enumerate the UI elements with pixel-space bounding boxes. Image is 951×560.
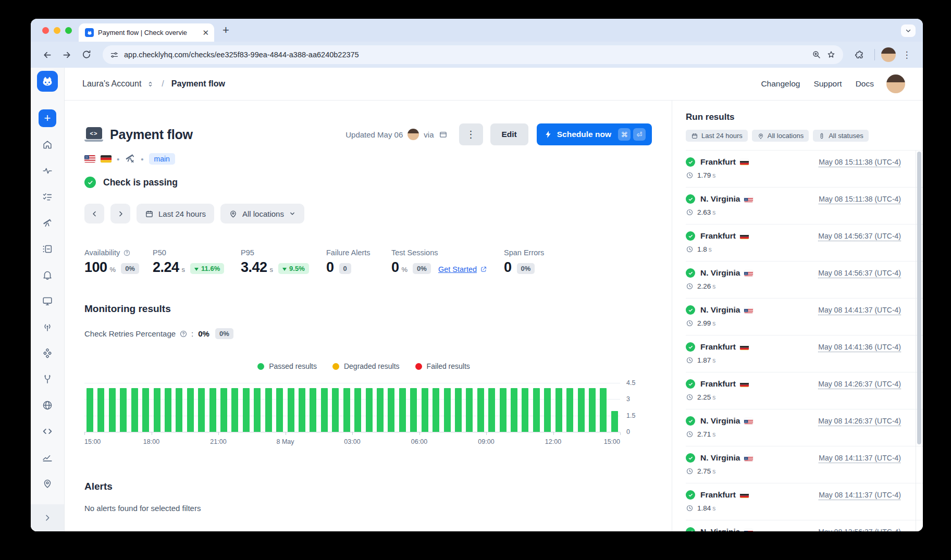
chart-bar[interactable]: [455, 388, 462, 432]
account-switcher[interactable]: Laura's Account: [82, 79, 141, 89]
run-result-row[interactable]: N. VirginiaMay 08 14:26:37 (UTC-4)2.71s: [686, 409, 923, 446]
sidebar-item-code-icon[interactable]: [31, 418, 64, 444]
sidebar-item-log-list-icon[interactable]: [31, 236, 64, 262]
sidebar-item-wrench-icon[interactable]: [31, 366, 64, 392]
run-result-row[interactable]: N. VirginiaMay 08 14:41:37 (UTC-4)2.99s: [686, 298, 923, 335]
url-bar[interactable]: app.checklyhq.com/checks/ee325f83-99ea-4…: [103, 45, 843, 64]
close-window-button[interactable]: [42, 27, 49, 34]
chart-bar[interactable]: [566, 388, 573, 432]
nav-link-docs[interactable]: Docs: [856, 79, 874, 89]
chart-bar[interactable]: [488, 388, 495, 432]
browser-menu-icon[interactable]: ⋮: [898, 46, 916, 64]
nav-link-support[interactable]: Support: [813, 79, 842, 89]
chart-bar[interactable]: [366, 388, 373, 432]
sidebar-item-home-icon[interactable]: [31, 132, 64, 158]
run-result-row[interactable]: FrankfurtMay 08 14:26:37 (UTC-4)2.25s: [686, 372, 923, 409]
scrollbar-thumb[interactable]: [917, 152, 921, 444]
chart-bar[interactable]: [276, 388, 283, 432]
browser-profile-avatar[interactable]: [881, 47, 896, 62]
chart-bar[interactable]: [611, 411, 618, 432]
sidebar-item-checklist-icon[interactable]: [31, 184, 64, 210]
chart-bar[interactable]: [220, 388, 227, 432]
site-settings-icon[interactable]: [110, 51, 119, 59]
minimize-window-button[interactable]: [54, 27, 60, 34]
chart-bar[interactable]: [254, 388, 261, 432]
run-result-row[interactable]: FrankfurtMay 08 14:56:37 (UTC-4)1.8s: [686, 225, 923, 262]
chart-bar[interactable]: [332, 388, 339, 432]
chart-bar[interactable]: [410, 388, 417, 432]
new-tab-button[interactable]: +: [223, 24, 229, 36]
chart-bar[interactable]: [243, 388, 250, 432]
next-range-button[interactable]: [110, 204, 130, 223]
chart-bar[interactable]: [299, 388, 305, 432]
nav-link-changelog[interactable]: Changelog: [761, 79, 800, 89]
chart-bar[interactable]: [310, 388, 316, 432]
run-timestamp-link[interactable]: May 08 14:11:37 (UTC-4): [819, 454, 901, 462]
bookmark-star-icon[interactable]: [826, 50, 836, 59]
chart-bar[interactable]: [444, 388, 451, 432]
run-result-row[interactable]: N. VirginiaMay 08 15:11:38 (UTC-4)2.63s: [686, 188, 923, 225]
more-actions-button[interactable]: ⋮: [459, 123, 483, 145]
zoom-icon[interactable]: [812, 50, 821, 59]
checkly-logo[interactable]: [37, 71, 58, 92]
chart-bar[interactable]: [354, 388, 361, 432]
help-icon[interactable]: [123, 249, 131, 257]
chart-bar[interactable]: [511, 388, 517, 432]
time-range-button[interactable]: Last 24 hours: [137, 204, 214, 223]
chart-bar[interactable]: [422, 388, 428, 432]
sidebar-expand-button[interactable]: [31, 504, 64, 531]
run-timestamp-link[interactable]: May 08 14:41:36 (UTC-4): [818, 343, 901, 351]
run-result-row[interactable]: N. VirginiaMay 08 14:11:37 (UTC-4)2.75s: [686, 446, 923, 483]
account-switcher-icon[interactable]: [146, 80, 154, 88]
run-timestamp-link[interactable]: May 08 14:56:37 (UTC-4): [818, 269, 901, 277]
chart-bar[interactable]: [120, 388, 127, 432]
edit-button[interactable]: Edit: [490, 123, 528, 145]
forward-icon[interactable]: [58, 46, 76, 64]
chart-bar[interactable]: [555, 388, 562, 432]
sidebar-item-diamonds-icon[interactable]: [31, 340, 64, 366]
chart-bar[interactable]: [466, 388, 473, 432]
run-result-row[interactable]: N. VirginiaMay 08 14:56:37 (UTC-4)2.26s: [686, 262, 923, 298]
reload-icon[interactable]: [78, 46, 95, 64]
chart-bar[interactable]: [522, 388, 528, 432]
chart-bar[interactable]: [97, 388, 104, 432]
chart-bar[interactable]: [154, 388, 160, 432]
get-started-link[interactable]: Get Started: [438, 265, 487, 273]
chart-bar[interactable]: [533, 388, 540, 432]
sidebar-item-globe-icon[interactable]: [31, 392, 64, 418]
prev-range-button[interactable]: [84, 204, 104, 223]
run-result-row[interactable]: FrankfurtMay 08 14:41:36 (UTC-4)1.87s: [686, 335, 923, 372]
chart-bar[interactable]: [544, 388, 551, 432]
chart-bar[interactable]: [433, 388, 439, 432]
chart-bar[interactable]: [87, 388, 93, 432]
chart-bar[interactable]: [399, 388, 406, 432]
chart-bar[interactable]: [343, 388, 350, 432]
run-timestamp-link[interactable]: May 08 14:41:37 (UTC-4): [818, 306, 901, 314]
sidebar-item-telescope-icon[interactable]: [31, 210, 64, 236]
chart-bar[interactable]: [500, 388, 507, 432]
sidebar-item-bell-icon[interactable]: [31, 262, 64, 288]
locations-filter-button[interactable]: All locations: [220, 204, 304, 223]
sidebar-item-pulse-icon[interactable]: [31, 158, 64, 184]
chart-bar[interactable]: [477, 388, 484, 432]
chart-bar[interactable]: [109, 388, 116, 432]
create-new-button[interactable]: +: [39, 109, 56, 127]
run-result-row[interactable]: FrankfurtMay 08 14:11:37 (UTC-4)1.84s: [686, 483, 923, 520]
run-timestamp-link[interactable]: May 08 14:26:37 (UTC-4): [818, 380, 901, 388]
chart-bar[interactable]: [265, 388, 272, 432]
chart-bar[interactable]: [209, 388, 216, 432]
back-icon[interactable]: [38, 46, 56, 64]
sidebar-item-map-pin-icon[interactable]: [31, 470, 64, 496]
run-timestamp-link[interactable]: May 08 15:11:38 (UTC-4): [819, 195, 901, 203]
extensions-icon[interactable]: [850, 46, 868, 64]
run-timestamp-link[interactable]: May 08 14:11:37 (UTC-4): [819, 491, 901, 499]
user-avatar[interactable]: [886, 74, 905, 93]
chart-bar[interactable]: [187, 388, 194, 432]
chart-bar[interactable]: [165, 388, 171, 432]
chart-bar[interactable]: [589, 388, 596, 432]
maximize-window-button[interactable]: [65, 27, 72, 34]
sidebar-item-broadcast-icon[interactable]: [31, 314, 64, 340]
sidebar-item-monitor-icon[interactable]: [31, 288, 64, 314]
chart-bar[interactable]: [578, 388, 585, 432]
help-icon[interactable]: [179, 330, 188, 338]
